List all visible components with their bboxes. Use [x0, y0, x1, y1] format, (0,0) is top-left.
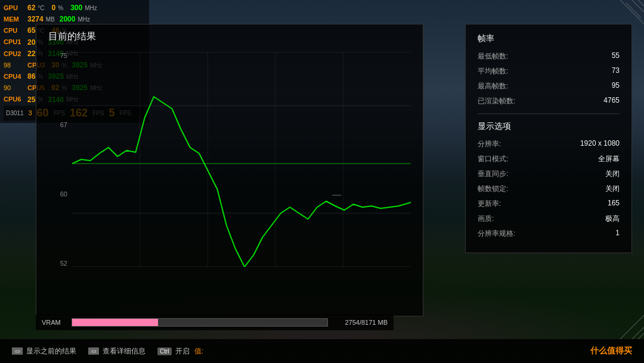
min-fps-val: 55 — [612, 51, 620, 61]
min-fps-row: 最低帧数: 55 — [478, 51, 620, 61]
ctrl-action-label: 开启 — [175, 346, 190, 356]
cpu-temp: 65 — [27, 25, 35, 36]
y-label-67: 67 — [44, 121, 67, 128]
stats-divider — [478, 113, 620, 114]
svg-line-5 — [638, 333, 644, 339]
cpu2-load: 22 — [27, 48, 35, 60]
gpu-temp: 62 — [27, 2, 35, 14]
cpu1-label: CPU1 — [4, 37, 25, 48]
resolution-row: 分辨率: 1920 x 1080 — [478, 139, 620, 149]
refresh-row: 更新率: 165 — [478, 199, 620, 209]
res-scale-row: 分辨率规格: 1 — [478, 229, 620, 239]
quality-val: 极高 — [605, 214, 620, 224]
y-label-52: 52 — [44, 260, 67, 267]
details-icon: ▭ — [88, 347, 99, 355]
refresh-val: 165 — [608, 199, 620, 209]
gpu-clock: 300 — [70, 2, 82, 14]
window-row: 窗口模式: 全屏幕 — [478, 154, 620, 164]
cpu6-load: 25 — [27, 94, 35, 106]
min-fps-label: 最低帧数: — [478, 51, 508, 61]
gpu-load-unit: % — [58, 4, 63, 13]
avg-fps-row: 平均帧数: 73 — [478, 66, 620, 76]
resolution-val: 1920 x 1080 — [580, 139, 620, 149]
max-fps-val: 95 — [612, 81, 620, 91]
previous-results-icon: ▭ — [12, 347, 23, 355]
cpu-label: CPU — [4, 26, 25, 36]
main-panel: 目前的结果 75 67 60 52 — [36, 24, 423, 316]
vram-bar-fill — [72, 319, 158, 326]
y-axis: 75 67 60 52 — [44, 52, 67, 267]
mem-label: MEM — [4, 14, 25, 25]
vram-bar-container — [72, 318, 328, 327]
svg-line-6 — [620, 315, 644, 339]
vram-label: VRAM — [42, 319, 66, 326]
brand-label: 什么值得买 — [590, 346, 632, 356]
cpu1-load: 20 — [27, 37, 35, 48]
d3011-val: 3 — [28, 109, 32, 116]
vsync-row: 垂直同步: 关闭 — [478, 169, 620, 179]
y-label-60: 60 — [44, 190, 67, 198]
d3011-label: D3011 — [6, 110, 23, 116]
quality-row: 画质: 极高 — [478, 214, 620, 224]
max-fps-row: 最高帧数: 95 — [478, 81, 620, 91]
hud-gpu-row: GPU 62 °C 0 % 300 MHz — [4, 2, 145, 14]
stats-panel: 帧率 最低帧数: 55 平均帧数: 73 最高帧数: 95 已渲染帧数: 476… — [465, 24, 632, 253]
rendered-val: 4765 — [603, 96, 620, 106]
gpu-load: 0 — [52, 2, 56, 14]
rendered-label: 已渲染帧数: — [478, 96, 515, 106]
svg-line-1 — [638, 0, 644, 6]
refresh-label: 更新率: — [478, 199, 501, 209]
cpu2-label: CPU2 — [4, 49, 25, 60]
y-label-75: 75 — [44, 52, 67, 59]
vram-used: 2754 — [345, 319, 359, 326]
fps-lock-row: 帧数锁定: 关闭 — [478, 184, 620, 194]
resolution-label: 分辨率: — [478, 139, 501, 149]
fps-chart — [72, 52, 411, 267]
mem-mb-unit: MB — [46, 15, 55, 24]
svg-line-3 — [626, 3, 641, 18]
section2-title: 显示选项 — [478, 121, 620, 132]
vram-section: VRAM 2754/8171 MB — [36, 315, 394, 330]
chart-title: 目前的结果 — [36, 24, 423, 49]
quality-label: 画质: — [478, 214, 494, 224]
cpu6-label: CPU6 — [4, 94, 25, 105]
previous-results-label: 显示之前的结果 — [26, 346, 76, 356]
gpu-label: GPU — [4, 3, 25, 14]
res-scale-label: 分辨率规格: — [478, 229, 515, 239]
bottom-item-details[interactable]: ▭ 查看详细信息 — [88, 346, 145, 356]
mem-clock-unit: MHz — [78, 15, 90, 24]
fps-lock-label: 帧数锁定: — [478, 184, 508, 194]
res-scale-val: 1 — [615, 229, 620, 239]
cpu4-load: 86 — [27, 71, 35, 82]
vsync-label: 垂直同步: — [478, 169, 508, 179]
gpu-temp-unit: °C — [38, 4, 44, 13]
details-label: 查看详细信息 — [103, 346, 145, 356]
bottom-item-ctrl[interactable]: Ctrl 开启 值: — [157, 346, 203, 356]
avg-fps-label: 平均帧数: — [478, 66, 508, 76]
bottom-bar: ▭ 显示之前的结果 ▭ 查看详细信息 Ctrl 开启 值: 什么值得买 — [0, 339, 644, 363]
cpu3-extra-load: 98 — [4, 60, 25, 71]
vram-value: 2754/8171 MB — [334, 319, 388, 326]
ctrl-key-label: Ctrl — [157, 347, 172, 355]
avg-fps-val: 73 — [612, 66, 620, 76]
max-fps-label: 最高帧数: — [478, 81, 508, 91]
corner-decoration-br — [596, 291, 644, 339]
vram-total: 8171 — [361, 319, 376, 326]
window-val: 全屏幕 — [598, 154, 620, 164]
bottom-item-previous[interactable]: ▭ 显示之前的结果 — [12, 346, 76, 356]
svg-line-4 — [632, 327, 644, 339]
window-label: 窗口模式: — [478, 154, 508, 164]
vsync-val: 关闭 — [605, 169, 620, 179]
section1-title: 帧率 — [478, 33, 620, 44]
vram-unit: MB — [378, 319, 388, 326]
rendered-fps-row: 已渲染帧数: 4765 — [478, 96, 620, 106]
ctrl-value-label: 值: — [194, 346, 203, 356]
gpu-clock-unit: MHz — [85, 4, 97, 13]
fps-lock-val: 关闭 — [605, 184, 620, 194]
cpu4-label: CPU4 — [4, 72, 25, 82]
cpu5-extra-load: 90 — [4, 83, 25, 94]
svg-line-2 — [620, 0, 644, 24]
